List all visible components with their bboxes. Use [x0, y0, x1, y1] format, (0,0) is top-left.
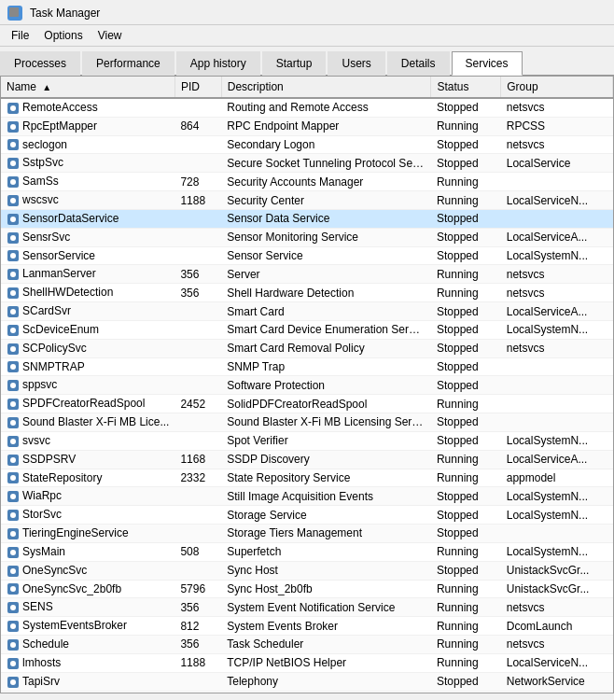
cell-group	[501, 395, 613, 413]
cell-description: Storage Service	[221, 506, 431, 525]
table-row[interactable]: RemoteAccessRouting and Remote AccessSto…	[1, 98, 613, 117]
cell-group: netsvcs	[501, 284, 613, 302]
column-header-pid[interactable]: PID	[174, 77, 221, 98]
cell-name: SCardSvr	[1, 302, 174, 321]
svg-point-17	[10, 253, 16, 259]
cell-status: Stopped	[431, 672, 501, 691]
table-row[interactable]: SensorServiceSensor ServiceStoppedLocalS…	[1, 246, 613, 265]
table-row[interactable]: RpcEptMapper864RPC Endpoint MapperRunnin…	[1, 117, 613, 135]
cell-group: NetworkService	[501, 672, 613, 691]
cell-name: LanmanServer	[1, 265, 174, 284]
menu-item-options[interactable]: Options	[36, 27, 90, 44]
table-row[interactable]: SamSs728Security Accounts ManagerRunning	[1, 173, 613, 191]
table-row[interactable]: SstpSvcSecure Socket Tunneling Protocol …	[1, 154, 613, 173]
table-row[interactable]: seclogonSecondary LogonStoppednetsvcs	[1, 135, 613, 154]
svg-point-53	[10, 586, 16, 592]
cell-status: Running	[431, 653, 501, 672]
cell-description: Smart Card Device Enumeration Service	[221, 320, 431, 339]
table-row[interactable]: StorSvcStorage ServiceStoppedLocalSystem…	[1, 506, 613, 525]
table-row[interactable]: SensorDataServiceSensor Data ServiceStop…	[1, 209, 613, 228]
cell-status: Running	[431, 117, 501, 135]
cell-description: System Event Notification Service	[221, 598, 431, 617]
cell-status: Running	[431, 617, 501, 636]
tab-details[interactable]: Details	[387, 51, 450, 76]
table-row[interactable]: SystemEventsBroker812System Events Broke…	[1, 617, 613, 636]
cell-status: Running	[431, 191, 501, 210]
cell-pid: 356	[174, 265, 221, 284]
tab-performance[interactable]: Performance	[82, 51, 174, 76]
cell-status: Stopped	[431, 357, 501, 376]
cell-description: Storage Tiers Management	[221, 525, 431, 543]
table-row[interactable]: sppsvcSoftware ProtectionStopped	[1, 376, 613, 395]
svg-point-51	[10, 568, 16, 574]
column-header-name[interactable]: Name ▲	[1, 77, 174, 98]
table-row[interactable]: StateRepository2332State Repository Serv…	[1, 469, 613, 487]
cell-description: Themes	[221, 691, 431, 693]
cell-status: Stopped	[431, 413, 501, 432]
services-table-container[interactable]: Name ▲ PID Description Status Group Remo…	[0, 76, 614, 693]
column-header-description[interactable]: Description	[221, 77, 431, 98]
tab-users[interactable]: Users	[328, 51, 384, 76]
table-row[interactable]: wscsvc1188Security CenterRunningLocalSer…	[1, 191, 613, 210]
column-header-group[interactable]: Group	[501, 77, 613, 98]
cell-pid: 1188	[174, 191, 221, 210]
table-row[interactable]: TapiSrvTelephonyStoppedNetworkService	[1, 672, 613, 691]
cell-status: Stopped	[431, 98, 501, 117]
tab-services[interactable]: Services	[452, 51, 523, 76]
cell-name: seclogon	[1, 135, 174, 154]
table-row[interactable]: TieringEngineServiceStorage Tiers Manage…	[1, 525, 613, 543]
table-row[interactable]: LanmanServer356ServerRunningnetsvcs	[1, 265, 613, 284]
cell-pid	[174, 98, 221, 117]
cell-group: LocalServiceA...	[501, 228, 613, 246]
cell-pid	[174, 357, 221, 376]
svg-point-23	[10, 309, 16, 315]
table-row[interactable]: SCardSvrSmart CardStoppedLocalServiceA..…	[1, 302, 613, 321]
menu-item-file[interactable]: File	[4, 27, 36, 44]
cell-name: TapiSrv	[1, 672, 174, 691]
cell-name: SamSs	[1, 173, 174, 191]
cell-group: appmodel	[501, 469, 613, 487]
table-row[interactable]: SNMPTRAPSNMP TrapStopped	[1, 357, 613, 376]
menu-bar: FileOptionsView	[0, 25, 614, 47]
svg-point-49	[10, 550, 16, 555]
cell-status: Stopped	[431, 135, 501, 154]
table-row[interactable]: WiaRpcStill Image Acquisition EventsStop…	[1, 487, 613, 506]
table-row[interactable]: SensrSvcSensor Monitoring ServiceStopped…	[1, 228, 613, 246]
menu-item-view[interactable]: View	[91, 27, 130, 44]
cell-description: Telephony	[221, 672, 431, 691]
svg-point-13	[10, 217, 16, 222]
cell-description: Sensor Monitoring Service	[221, 228, 431, 246]
cell-description: System Events Broker	[221, 617, 431, 636]
cell-name: SCPolicySvc	[1, 339, 174, 357]
cell-pid	[174, 135, 221, 154]
table-row[interactable]: SPDFCreatorReadSpool2452SolidPDFCreatorR…	[1, 395, 613, 413]
table-row[interactable]: lmhosts1188TCP/IP NetBIOS HelperRunningL…	[1, 653, 613, 672]
services-table: Name ▲ PID Description Status Group Remo…	[1, 77, 613, 693]
table-row[interactable]: SENS356System Event Notification Service…	[1, 598, 613, 617]
table-row[interactable]: Sound Blaster X-Fi MB Lice...Sound Blast…	[1, 413, 613, 432]
table-row[interactable]: ScDeviceEnumSmart Card Device Enumeratio…	[1, 320, 613, 339]
table-row[interactable]: OneSyncSvc_2b0fb5796Sync Host_2b0fbRunni…	[1, 580, 613, 598]
cell-pid: 728	[174, 173, 221, 191]
column-header-status[interactable]: Status	[431, 77, 501, 98]
table-row[interactable]: SSDPSRV1168SSDP DiscoveryRunningLocalSer…	[1, 450, 613, 469]
cell-group	[501, 357, 613, 376]
tab-startup[interactable]: Startup	[262, 51, 327, 76]
cell-group	[501, 413, 613, 432]
table-row[interactable]: SysMain508SuperfetchRunningLocalSystemN.…	[1, 542, 613, 561]
cell-pid: 356	[174, 636, 221, 654]
table-row[interactable]: Themes356ThemesRunningnetsvcs	[1, 691, 613, 693]
cell-name: ShellHWDetection	[1, 284, 174, 302]
tab-app-history[interactable]: App history	[176, 51, 260, 76]
cell-name: SNMPTRAP	[1, 357, 174, 376]
table-row[interactable]: ShellHWDetection356Shell Hardware Detect…	[1, 284, 613, 302]
cell-name: svsvc	[1, 431, 174, 450]
tab-processes[interactable]: Processes	[0, 51, 80, 76]
cell-status: Running	[431, 598, 501, 617]
cell-pid: 356	[174, 598, 221, 617]
table-row[interactable]: Schedule356Task SchedulerRunningnetsvcs	[1, 636, 613, 654]
cell-status: Running	[431, 395, 501, 413]
table-row[interactable]: svsvcSpot VerifierStoppedLocalSystemN...	[1, 431, 613, 450]
table-row[interactable]: OneSyncSvcSync HostStoppedUnistackSvcGr.…	[1, 561, 613, 580]
table-row[interactable]: SCPolicySvcSmart Card Removal PolicyStop…	[1, 339, 613, 357]
